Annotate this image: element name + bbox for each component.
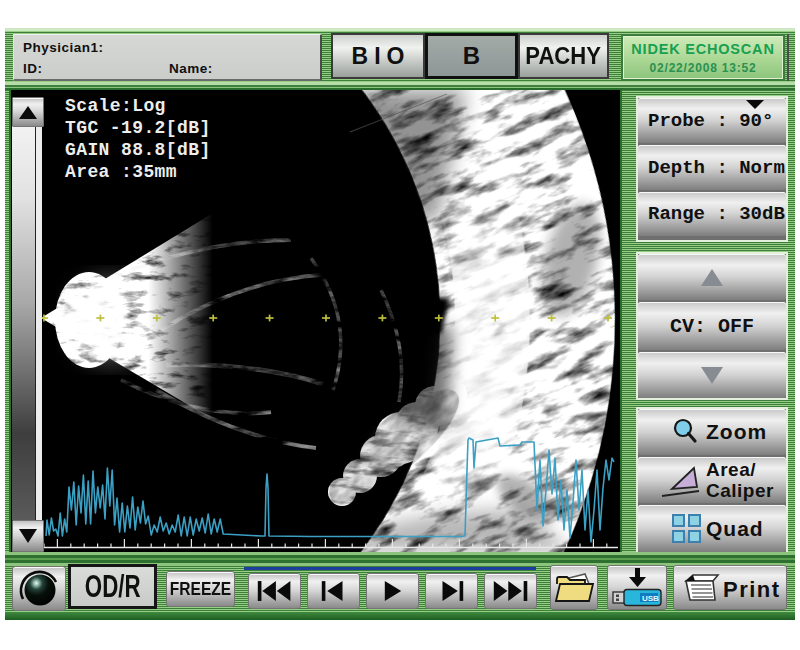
svg-text:USB: USB (642, 594, 659, 603)
svg-text:Scale:Log: Scale:Log (65, 96, 166, 116)
svg-text:TGC -19.2[dB]: TGC -19.2[dB] (65, 118, 211, 138)
svg-text:GAIN 88.8[dB]: GAIN 88.8[dB] (65, 140, 211, 160)
svg-text:Area :35mm: Area :35mm (65, 162, 177, 182)
